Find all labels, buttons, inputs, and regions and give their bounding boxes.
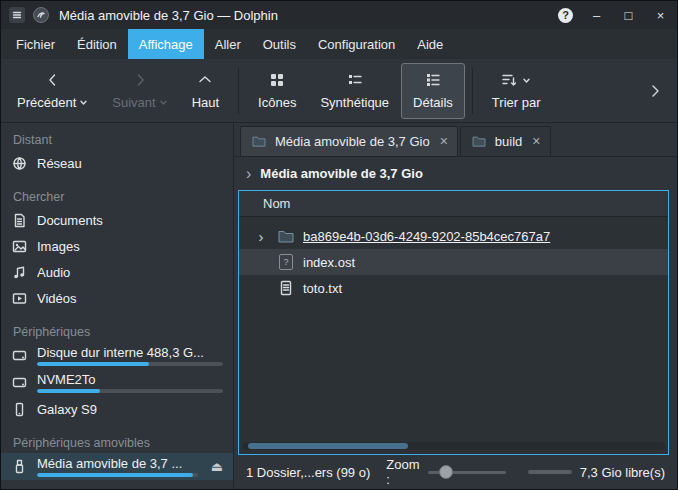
- window-controls: ? – □ ×: [558, 7, 669, 24]
- compact-view-button[interactable]: Synthétique: [308, 63, 401, 119]
- tab-label: Média amovible de 3,7 Gio: [275, 134, 430, 149]
- folder-icon: [250, 135, 268, 147]
- scrollbar-handle[interactable]: [248, 443, 408, 449]
- sidebar-item-media-amovible[interactable]: Média amovible de 3,7 ... ⏏: [1, 453, 233, 480]
- capacity-bar: [37, 473, 198, 477]
- menu-affichage[interactable]: Affichage: [128, 29, 204, 59]
- horizontal-scrollbar[interactable]: [239, 441, 668, 454]
- place-label: Audio: [37, 265, 223, 280]
- breadcrumb-chevron-icon[interactable]: ›: [246, 166, 251, 182]
- usb-drive-icon: [11, 459, 28, 474]
- audio-icon: [11, 265, 28, 280]
- toolbar-overflow-button[interactable]: [637, 83, 673, 99]
- sidebar-item-documents[interactable]: Documents: [1, 207, 233, 233]
- folder-icon: [277, 229, 295, 243]
- help-button[interactable]: ?: [558, 8, 573, 23]
- place-label: Réseau: [37, 156, 223, 171]
- place-label: Vidéos: [37, 291, 223, 306]
- titlebar[interactable]: Média amovible de 3,7 Gio — Dolphin ? – …: [1, 1, 677, 29]
- menu-fichier[interactable]: Fichier: [5, 29, 66, 59]
- free-space-bar: [528, 470, 572, 474]
- up-label: Haut: [192, 95, 219, 110]
- sidebar-item-galaxy-s9[interactable]: Galaxy S9: [1, 396, 233, 422]
- tab-build[interactable]: build ×: [460, 126, 551, 156]
- column-header-nom[interactable]: Nom: [239, 191, 668, 217]
- menu-bar: Fichier Édition Affichage Aller Outils C…: [1, 29, 677, 59]
- breadcrumb: › Média amovible de 3,7 Gio: [234, 157, 677, 190]
- tab-close-icon[interactable]: ×: [440, 133, 448, 149]
- maximize-button[interactable]: □: [620, 7, 637, 24]
- icons-view-button[interactable]: Icônes: [246, 63, 308, 119]
- zoom-slider[interactable]: [428, 464, 507, 480]
- back-label: Précédent: [17, 95, 76, 110]
- document-icon: [11, 213, 28, 228]
- sidebar-item-disque-dur-interne[interactable]: Disque dur interne 488,3 G...: [1, 342, 233, 369]
- main-toolbar: Précédent Suivant Haut: [1, 59, 677, 123]
- section-header-distant: Distant: [1, 129, 233, 150]
- sidebar-item-videos[interactable]: Vidéos: [1, 285, 233, 311]
- chevron-right-icon: [647, 83, 663, 99]
- menu-edition[interactable]: Édition: [66, 29, 128, 59]
- scrollbar-track[interactable]: [242, 442, 665, 450]
- file-name: index.ost: [303, 255, 355, 270]
- place-label: Disque dur interne 488,3 G...: [37, 345, 223, 360]
- tab-close-icon[interactable]: ×: [532, 133, 540, 149]
- unknown-file-icon: ?: [277, 254, 295, 270]
- sidebar-item-audio[interactable]: Audio: [1, 259, 233, 285]
- main-area: Distant Réseau Chercher Documents Images: [1, 123, 677, 489]
- section-header-chercher: Chercher: [1, 186, 233, 207]
- eject-icon[interactable]: ⏏: [211, 459, 223, 474]
- close-button[interactable]: ×: [652, 7, 669, 24]
- section-header-peripheriques-amovibles: Périphériques amovibles: [1, 432, 233, 453]
- forward-button[interactable]: Suivant: [100, 63, 179, 119]
- caret-down-icon: [522, 76, 531, 85]
- text-file-icon: [277, 280, 295, 296]
- file-rows: › ba869e4b-03d6-4249-9202-85b4cec767a7 ?…: [239, 217, 668, 441]
- file-row-toto-txt[interactable]: toto.txt: [239, 275, 668, 301]
- up-button[interactable]: Haut: [180, 63, 231, 119]
- place-label: Images: [37, 239, 223, 254]
- sidebar-item-reseau[interactable]: Réseau: [1, 150, 233, 176]
- zoom-slider-handle[interactable]: [439, 465, 453, 479]
- sort-by-button[interactable]: Trier par: [480, 63, 553, 119]
- tab-media-amovible[interactable]: Média amovible de 3,7 Gio ×: [240, 126, 458, 156]
- image-icon: [11, 239, 28, 254]
- menu-configuration[interactable]: Configuration: [307, 29, 406, 59]
- capacity-bar: [37, 362, 223, 366]
- section-header-peripheriques: Périphériques: [1, 321, 233, 342]
- phone-icon: [11, 402, 28, 417]
- place-label: NVME2To: [37, 372, 223, 387]
- content-pane: Média amovible de 3,7 Gio × build × › Mé…: [234, 123, 677, 489]
- minimize-button[interactable]: –: [588, 7, 605, 24]
- item-count-summary: 1 Dossier,...ers (99 o): [246, 465, 370, 480]
- sort-icon: [501, 72, 517, 88]
- chevron-right-icon: [132, 71, 148, 89]
- back-button[interactable]: Précédent: [5, 63, 100, 119]
- sidebar-item-images[interactable]: Images: [1, 233, 233, 259]
- tab-bar: Média amovible de 3,7 Gio × build ×: [234, 123, 677, 157]
- details-view-button[interactable]: Détails: [401, 63, 465, 119]
- harddisk-icon: [11, 348, 28, 363]
- window-title: Média amovible de 3,7 Gio — Dolphin: [59, 8, 278, 23]
- menu-outils[interactable]: Outils: [252, 29, 307, 59]
- menu-aide[interactable]: Aide: [406, 29, 454, 59]
- place-label: Média amovible de 3,7 ...: [37, 456, 198, 471]
- file-row-index-ost[interactable]: ? index.ost: [239, 249, 668, 275]
- video-icon: [11, 291, 28, 306]
- tab-label: build: [495, 134, 522, 149]
- menu-aller[interactable]: Aller: [204, 29, 252, 59]
- capacity-bar: [37, 389, 223, 393]
- details-view-icon: [425, 71, 441, 89]
- place-label: Galaxy S9: [37, 402, 223, 417]
- file-row-folder[interactable]: › ba869e4b-03d6-4249-9202-85b4cec767a7: [239, 223, 668, 249]
- app-menu-icon[interactable]: [9, 7, 25, 23]
- sidebar-item-nvme2to[interactable]: NVME2To: [1, 369, 233, 396]
- breadcrumb-current[interactable]: Média amovible de 3,7 Gio: [260, 166, 423, 181]
- file-view: Nom › ba869e4b-03d6-4249-9202-85b4cec767…: [238, 190, 669, 455]
- network-icon: [11, 156, 28, 171]
- toolbar-separator: [472, 68, 473, 114]
- expander-icon[interactable]: ›: [253, 229, 269, 244]
- free-space-text: 7,3 Gio libre(s): [580, 465, 665, 480]
- details-label: Détails: [413, 95, 453, 110]
- dolphin-window: Média amovible de 3,7 Gio — Dolphin ? – …: [0, 0, 678, 490]
